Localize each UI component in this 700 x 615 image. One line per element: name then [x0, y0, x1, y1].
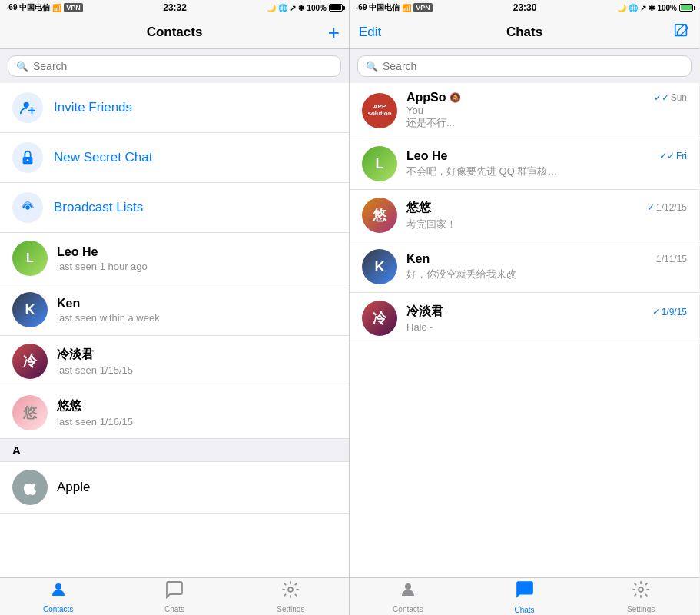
avatar-leng: 冷	[12, 344, 48, 379]
arrow-icon: ↗	[290, 4, 296, 12]
wifi-icon: 📶	[52, 4, 61, 12]
appso-preview2: 还是不行...	[406, 116, 687, 130]
youyou-check: ✓	[647, 202, 655, 213]
right-bluetooth-icon: ✱	[649, 4, 655, 12]
leohe-time: Fri	[676, 151, 687, 161]
svg-point-7	[288, 587, 293, 592]
avatar-youyou: 悠	[12, 395, 48, 430]
settings-tab-label-right: Settings	[627, 605, 655, 613]
invite-friends-item[interactable]: Invite Friends	[0, 83, 349, 133]
add-contact-button[interactable]: +	[328, 22, 340, 42]
chat-appso[interactable]: APP solution AppSo 🔕 ✓✓ Sun You	[350, 83, 699, 138]
battery-icon	[329, 4, 343, 12]
battery-pct: 100%	[307, 4, 327, 12]
svg-point-4	[27, 159, 29, 161]
section-a-header: A	[0, 439, 349, 462]
appso-name-row: AppSo 🔕	[406, 91, 461, 105]
svg-point-10	[639, 587, 643, 592]
leo-he-name: Leo He	[57, 245, 337, 259]
ken-chat-name: Ken	[406, 252, 430, 266]
chats-tab-icon-right	[515, 580, 535, 604]
ken-info: Ken last seen within a week	[57, 297, 337, 324]
settings-tab-icon-left	[281, 580, 300, 603]
new-secret-chat-label: New Secret Chat	[54, 150, 153, 165]
chat-youyou[interactable]: 悠 悠悠 ✓ 1/12/15 考完回家！	[350, 190, 699, 241]
avatar-apple	[12, 470, 48, 505]
contact-leo-he[interactable]: L Leo He last seen 1 hour ago	[0, 233, 349, 284]
chat-leng[interactable]: 冷 冷淡君 ✓ 1/9/15 Halo~	[350, 293, 699, 344]
leng-chat-name: 冷淡君	[406, 304, 443, 320]
left-search-bar: 🔍	[0, 49, 349, 83]
youyou-chat-name: 悠悠	[406, 200, 431, 216]
contacts-tab-icon-right	[399, 580, 417, 603]
secret-chat-icon	[12, 142, 43, 173]
youyou-sub: last seen 1/16/15	[57, 416, 337, 427]
contacts-tab-label-left: Contacts	[43, 605, 73, 613]
moon-icon: 🌙	[267, 4, 276, 12]
invite-icon	[12, 92, 43, 123]
broadcast-lists-label: Broadcast Lists	[54, 200, 143, 215]
leohe-header: Leo He ✓✓ Fri	[406, 149, 687, 163]
tab-chats-left[interactable]: Chats	[116, 580, 232, 613]
tab-contacts-right[interactable]: Contacts	[350, 580, 466, 613]
chats-tab-label-right: Chats	[514, 606, 534, 614]
avatar-leng-chat: 冷	[362, 301, 397, 336]
left-search-icon: 🔍	[16, 61, 28, 72]
appso-muted-icon: 🔕	[450, 92, 461, 103]
contacts-panel: -69 中国电信 📶 VPN 23:32 🌙 🌐 ↗ ✱ 100% Contac…	[0, 0, 350, 615]
ken-header: Ken 1/11/15	[406, 252, 687, 266]
compose-button[interactable]	[673, 22, 690, 42]
contacts-nav-bar: Contacts +	[0, 15, 349, 49]
right-search-input[interactable]	[383, 60, 683, 72]
apple-name: Apple	[57, 480, 337, 495]
avatar-leo-he-chat: L	[362, 146, 397, 181]
contact-ken[interactable]: K Ken last seen within a week	[0, 284, 349, 336]
ken-time: 1/11/15	[656, 254, 687, 264]
left-clock: 23:32	[163, 2, 187, 13]
leng-sub: last seen 1/15/15	[57, 364, 337, 376]
right-wifi-icon: 📶	[402, 4, 411, 12]
avatar-appso: APP solution	[362, 93, 397, 128]
vpn-badge: VPN	[64, 3, 83, 12]
right-battery-pct: 100%	[657, 4, 677, 12]
chat-ken[interactable]: K Ken 1/11/15 好，你没空就丢给我来改	[350, 241, 699, 293]
broadcast-lists-item[interactable]: Broadcast Lists	[0, 183, 349, 233]
signal-strength: -69 中国电信	[6, 2, 50, 13]
right-arrow-icon: ↗	[640, 4, 646, 12]
youyou-info: 悠悠 last seen 1/16/15	[57, 398, 337, 427]
svg-point-6	[55, 583, 61, 590]
left-status-bar: -69 中国电信 📶 VPN 23:32 🌙 🌐 ↗ ✱ 100%	[0, 0, 349, 15]
leng-name: 冷淡君	[57, 347, 337, 363]
left-search-wrap: 🔍	[8, 55, 341, 77]
contact-youyou[interactable]: 悠 悠悠 last seen 1/16/15	[0, 387, 349, 439]
new-secret-chat-item[interactable]: New Secret Chat	[0, 133, 349, 183]
tab-chats-right[interactable]: Chats	[466, 580, 583, 614]
leng-chat-info: 冷淡君 ✓ 1/9/15 Halo~	[406, 304, 687, 333]
svg-point-5	[25, 205, 30, 210]
invite-friends-label: Invite Friends	[54, 100, 132, 115]
leng-check: ✓	[652, 307, 660, 317]
youyou-name: 悠悠	[57, 398, 337, 414]
leo-he-sub: last seen 1 hour ago	[57, 261, 337, 272]
avatar-leo-he: L	[12, 241, 48, 276]
tab-settings-left[interactable]: Settings	[233, 580, 349, 613]
edit-button[interactable]: Edit	[359, 25, 381, 40]
left-tab-bar: Contacts Chats Settings	[0, 577, 349, 615]
chat-leo-he[interactable]: L Leo He ✓✓ Fri 不会吧，好像要先进 QQ 群审核…	[350, 138, 699, 190]
globe-icon: 🌐	[278, 4, 287, 12]
leohe-name: Leo He	[406, 149, 447, 163]
right-search-bar: 🔍	[350, 49, 699, 83]
left-search-input[interactable]	[33, 60, 333, 72]
chat-list: APP solution AppSo 🔕 ✓✓ Sun You	[350, 83, 699, 577]
contact-leng[interactable]: 冷 冷淡君 last seen 1/15/15	[0, 336, 349, 387]
avatar-youyou-chat: 悠	[362, 198, 397, 233]
tab-contacts-left[interactable]: Contacts	[0, 580, 116, 613]
tab-settings-right[interactable]: Settings	[582, 580, 699, 613]
right-search-wrap: 🔍	[357, 55, 692, 77]
contact-apple[interactable]: Apple	[0, 462, 349, 514]
right-search-icon: 🔍	[366, 61, 378, 72]
settings-tab-label-left: Settings	[277, 605, 304, 613]
right-globe-icon: 🌐	[629, 4, 638, 12]
chats-nav-bar: Edit Chats	[350, 15, 699, 49]
youyou-preview: 考完回家！	[406, 218, 687, 231]
